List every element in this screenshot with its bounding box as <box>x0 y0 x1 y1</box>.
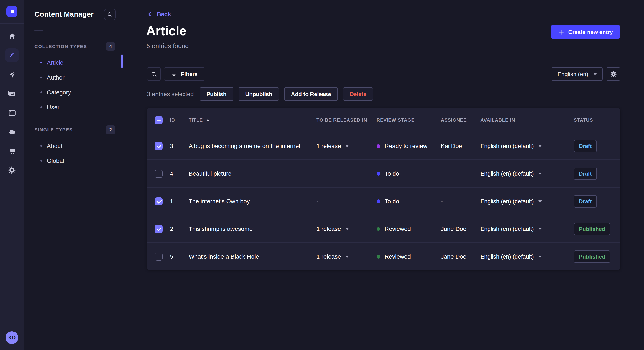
table-row[interactable]: 3 A bug is becoming a meme on the intern… <box>147 132 620 160</box>
search-icon <box>150 71 157 77</box>
status-badge: Draft <box>574 195 597 207</box>
filters-button[interactable]: Filters <box>164 67 204 81</box>
main-nav-rail: KD <box>0 0 24 350</box>
cell-release-select[interactable]: - <box>316 170 376 177</box>
add-to-release-button[interactable]: Add to Release <box>284 87 338 101</box>
home-icon[interactable] <box>5 29 19 43</box>
bullet-icon <box>40 145 42 147</box>
sort-ascending-icon <box>206 119 210 121</box>
cell-title: The internet's Own boy <box>189 198 316 204</box>
content-manager-feather-icon[interactable] <box>5 48 19 62</box>
bullet-icon <box>40 160 42 161</box>
stage-dot <box>376 144 380 148</box>
table-row[interactable]: 1 The internet's Own boy - To do - Engli… <box>147 187 620 215</box>
sidebar-item-user[interactable]: User <box>24 100 123 114</box>
row-checkbox[interactable] <box>154 197 163 205</box>
row-checkbox[interactable] <box>154 225 163 233</box>
section-label: COLLECTION TYPES <box>34 44 87 49</box>
locale-select[interactable]: English (en) <box>552 67 603 81</box>
cell-release-select[interactable]: - <box>316 198 376 204</box>
cell-assignee: Kai Doe <box>441 143 480 149</box>
sidebar-item-global[interactable]: Global <box>24 153 123 168</box>
cell-release-select[interactable]: 1 release <box>316 225 376 232</box>
cell-review-stage: Ready to review <box>376 143 441 149</box>
stage-dot <box>376 255 380 258</box>
sidebar-item-author[interactable]: Author <box>24 70 123 85</box>
cell-locale-select[interactable]: English (en) (default) <box>480 143 574 149</box>
user-avatar[interactable]: KD <box>6 331 18 344</box>
release-value: 1 release <box>316 225 341 232</box>
paper-plane-icon[interactable] <box>5 68 19 81</box>
column-header-title[interactable]: TITLE <box>189 117 316 123</box>
select-all-checkbox[interactable] <box>154 116 163 124</box>
table-search-button[interactable] <box>147 67 160 81</box>
release-value: - <box>316 198 318 204</box>
cell-assignee: Jane Doe <box>441 253 480 260</box>
cell-locale-select[interactable]: English (en) (default) <box>480 170 574 177</box>
sidebar-item-category[interactable]: Category <box>24 85 123 100</box>
sidebar-item-label: Author <box>47 74 64 81</box>
cell-review-stage: Reviewed <box>376 225 441 232</box>
unpublish-button[interactable]: Unpublish <box>238 87 279 101</box>
table-row[interactable]: 2 This shrimp is awesome 1 release Revie… <box>147 215 620 242</box>
stage-dot <box>376 172 380 175</box>
sidebar-item-label: Category <box>47 89 71 95</box>
subnav-divider <box>34 30 43 31</box>
row-checkbox[interactable] <box>154 170 163 177</box>
bullet-icon <box>40 106 42 108</box>
publish-button[interactable]: Publish <box>200 87 233 101</box>
cloud-icon[interactable] <box>5 125 19 139</box>
subnav-search-button[interactable] <box>104 8 116 20</box>
delete-button[interactable]: Delete <box>343 87 373 101</box>
cell-review-stage: Reviewed <box>376 253 441 260</box>
cell-locale-select[interactable]: English (en) (default) <box>480 198 574 204</box>
cell-release-select[interactable]: 1 release <box>316 143 376 149</box>
chevron-down-icon <box>538 173 542 175</box>
cell-id: 1 <box>170 198 189 204</box>
cell-review-stage: To do <box>376 170 441 177</box>
column-header-release: TO BE RELEASED IN <box>316 117 376 123</box>
main-content: Back Article 5 entries found Create new … <box>123 0 644 350</box>
settings-gear-icon[interactable] <box>5 163 19 177</box>
chevron-down-icon <box>538 228 542 230</box>
table-row[interactable]: 5 What's inside a Black Hole 1 release R… <box>147 242 620 270</box>
subnav-title: Content Manager <box>34 10 94 19</box>
stage-dot <box>376 227 380 231</box>
cell-release-select[interactable]: 1 release <box>316 253 376 260</box>
cell-locale-select[interactable]: English (en) (default) <box>480 226 574 232</box>
chevron-down-icon <box>345 145 348 147</box>
cell-locale-select[interactable]: English (en) (default) <box>480 253 574 260</box>
row-checkbox[interactable] <box>154 142 163 150</box>
locale-value: English (en) (default) <box>480 143 534 149</box>
plus-icon <box>558 29 564 35</box>
page-title: Article <box>146 23 186 39</box>
create-new-entry-button[interactable]: Create new entry <box>551 25 620 39</box>
back-link[interactable]: Back <box>146 11 171 17</box>
sidebar-item-about[interactable]: About <box>24 138 123 153</box>
chevron-down-icon <box>345 255 348 257</box>
row-checkbox[interactable] <box>154 252 163 260</box>
create-new-entry-label: Create new entry <box>568 29 613 35</box>
collection-types-section: COLLECTION TYPES 4 Article Author Catego… <box>24 42 123 114</box>
view-settings-button[interactable] <box>606 67 620 81</box>
strapi-logo[interactable] <box>6 6 18 17</box>
column-header-available-in: AVAILABLE IN <box>480 117 574 123</box>
cell-title: Beautiful picture <box>189 170 316 177</box>
chevron-down-icon <box>593 73 597 75</box>
table-row[interactable]: 4 Beautiful picture - To do - English (e… <box>147 160 620 187</box>
marketplace-cart-icon[interactable] <box>5 144 19 158</box>
release-value: - <box>316 170 318 177</box>
filter-icon <box>171 71 177 77</box>
column-header-review-stage: REVIEW STAGE <box>376 117 441 123</box>
stage-label: To do <box>384 170 399 177</box>
media-library-icon[interactable] <box>5 87 19 100</box>
column-header-id: ID <box>170 117 189 123</box>
cell-title: This shrimp is awesome <box>189 225 316 232</box>
chevron-down-icon <box>345 228 348 230</box>
layout-icon[interactable] <box>5 106 19 120</box>
column-header-assignee: ASSIGNEE <box>441 117 480 123</box>
bullet-icon <box>40 91 42 93</box>
sidebar-item-article[interactable]: Article <box>24 55 123 70</box>
locale-value: English (en) (default) <box>480 253 534 260</box>
gear-icon <box>610 70 617 78</box>
